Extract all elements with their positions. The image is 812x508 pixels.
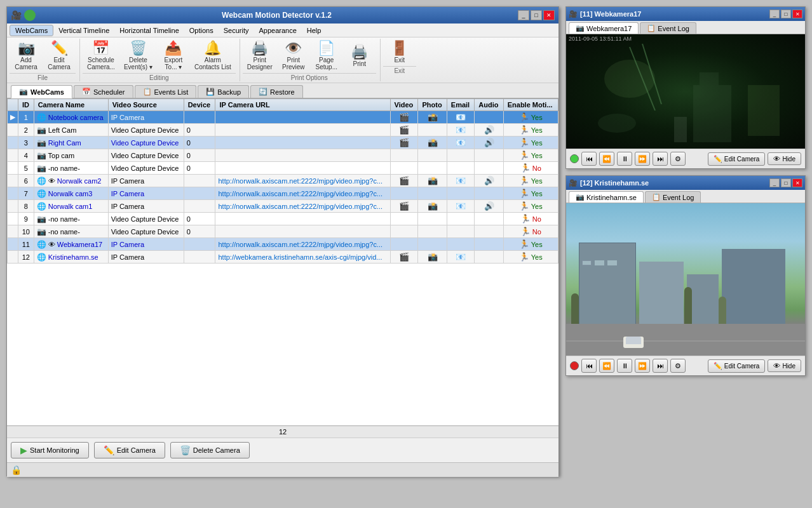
cam-11-ctrl-2[interactable]: ⏪ bbox=[599, 152, 614, 166]
cam-11-ctrl-5[interactable]: ⏭ bbox=[653, 152, 668, 166]
cam-12-ctrl-4[interactable]: ⏩ bbox=[635, 359, 650, 373]
cam-11-close[interactable]: ✕ bbox=[792, 10, 802, 18]
camera-table-container[interactable]: ID Camera Name Video Source Device IP Ca… bbox=[7, 98, 558, 425]
cam-11-controls: _ □ ✕ bbox=[769, 10, 802, 18]
cell-video: 🎬 bbox=[390, 200, 418, 213]
cam-12-tab-feed[interactable]: 📷 Kristinehamn.se bbox=[569, 191, 644, 203]
col-audio[interactable]: Audio bbox=[475, 99, 503, 111]
cam-12-ctrl-6[interactable]: ⚙ bbox=[670, 359, 686, 373]
cell-id: 1 bbox=[18, 111, 34, 124]
cell-email: 📧 bbox=[447, 137, 475, 149]
cam-12-ctrl-2[interactable]: ⏪ bbox=[599, 359, 614, 373]
close-button[interactable]: ✕ bbox=[543, 10, 555, 20]
delete-events-button[interactable]: 🗑️ DeleteEvent(s) ▾ bbox=[119, 39, 157, 73]
cell-source: IP Camera bbox=[108, 251, 184, 264]
cam-11-tab-feed[interactable]: 📷 Webkamera17 bbox=[569, 22, 639, 34]
start-monitoring-button[interactable]: ▶ Start Monitoring bbox=[11, 442, 89, 458]
cam-12-edit-button[interactable]: ✏️ Edit Camera bbox=[708, 359, 766, 373]
col-id[interactable]: ID bbox=[18, 99, 34, 111]
minimize-button[interactable]: _ bbox=[518, 10, 529, 20]
cell-source: Video Capture Device bbox=[108, 225, 184, 238]
edit-camera-button[interactable]: ✏️ EditCamera bbox=[43, 39, 76, 73]
cam-11-ctrl-1[interactable]: ⏮ bbox=[581, 152, 597, 166]
cell-photo bbox=[418, 187, 447, 200]
cam-11-maximize[interactable]: □ bbox=[781, 10, 791, 18]
cam-11-edit-button[interactable]: ✏️ Edit Camera bbox=[708, 152, 766, 166]
cam-12-ctrl-1[interactable]: ⏮ bbox=[581, 359, 597, 373]
cam-11-tab-events[interactable]: 📋 Event Log bbox=[640, 22, 696, 34]
table-row[interactable]: 2 📷 Left Cam Video Capture Device 0 🎬 📧 … bbox=[8, 124, 558, 137]
tab-scheduler[interactable]: 📅 Scheduler bbox=[74, 85, 133, 98]
print-preview-button[interactable]: 👁️ PrintPreview bbox=[277, 39, 310, 73]
cam-11-ctrl-4[interactable]: ⏩ bbox=[635, 152, 650, 166]
print-button[interactable]: 🖨️ Print bbox=[343, 39, 376, 73]
email-icon: 📧 bbox=[456, 138, 466, 147]
export-button[interactable]: 📤 ExportTo... ▾ bbox=[157, 39, 190, 73]
table-row[interactable]: 4 📷 Top cam Video Capture Device 0 🏃 Yes bbox=[8, 149, 558, 162]
edit-camera-bottom-button[interactable]: ✏️ Edit Camera bbox=[94, 442, 165, 458]
print-designer-button[interactable]: 🖨️ PrintDesigner bbox=[243, 39, 277, 73]
col-ip-url[interactable]: IP Camera URL bbox=[215, 99, 390, 111]
col-arrow bbox=[8, 99, 18, 111]
menu-horizontal-timeline[interactable]: Horizontal Timeline bbox=[114, 25, 184, 36]
tab-events-list[interactable]: 📋 Events List bbox=[135, 85, 197, 98]
menu-help[interactable]: Help bbox=[302, 25, 327, 36]
lock-bar: 🔒 bbox=[7, 462, 558, 477]
table-row[interactable]: 9 📷 -no name- Video Capture Device 0 🏃 N… bbox=[8, 213, 558, 225]
cam-11-hide-button[interactable]: 👁 Hide bbox=[768, 152, 801, 165]
table-row[interactable]: 6 🌐 👁 Norwalk cam2 IP Camera http://norw… bbox=[8, 175, 558, 187]
alarm-contacts-button[interactable]: 🔔 AlarmContacts List bbox=[190, 39, 236, 73]
table-row[interactable]: 8 🌐 Norwalk cam1 IP Camera http://norwal… bbox=[8, 200, 558, 213]
table-row[interactable]: 3 📷 Right Cam Video Capture Device 0 🎬 📸… bbox=[8, 137, 558, 149]
edit-camera-bottom-icon: ✏️ bbox=[104, 445, 114, 455]
print-icon: 🖨️ bbox=[351, 45, 368, 59]
cam-thumb-icon: 📷 bbox=[37, 126, 46, 135]
add-camera-button[interactable]: 📷 AddCamera bbox=[10, 39, 43, 73]
table-row[interactable]: 12 🌐 Kristinehamn.se IP Camera http://we… bbox=[8, 251, 558, 264]
motion-icon: 🏃 bbox=[520, 214, 531, 224]
row-arrow bbox=[8, 200, 18, 213]
cam-12-ctrl-3[interactable]: ⏸ bbox=[617, 359, 632, 373]
cam-11-ctrl-6[interactable]: ⚙ bbox=[670, 152, 686, 166]
menu-webcams[interactable]: WebCams bbox=[10, 25, 53, 36]
col-video[interactable]: Video bbox=[390, 99, 418, 111]
tab-backup[interactable]: 💾 Backup bbox=[198, 85, 249, 98]
col-camera-name[interactable]: Camera Name bbox=[34, 99, 108, 111]
menu-appearance[interactable]: Appearance bbox=[254, 25, 301, 36]
schedule-camera-button[interactable]: 📅 ScheduleCamera... bbox=[83, 39, 119, 73]
table-row[interactable]: ▶ 1 🌐 Notebook camera IP Camera 🎬 📸 📧 🏃 … bbox=[8, 111, 558, 124]
row-arrow bbox=[8, 225, 18, 238]
col-photo[interactable]: Photo bbox=[418, 99, 447, 111]
exit-button[interactable]: 🚪 Exit bbox=[383, 39, 416, 66]
menu-options[interactable]: Options bbox=[184, 25, 219, 36]
col-video-source[interactable]: Video Source bbox=[108, 99, 184, 111]
app-logo-icon bbox=[24, 10, 36, 21]
cam-12-tab-events[interactable]: 📋 Event Log bbox=[645, 191, 701, 203]
table-row[interactable]: 10 📷 -no name- Video Capture Device 0 🏃 … bbox=[8, 225, 558, 238]
col-email[interactable]: Email bbox=[447, 99, 475, 111]
tab-webcams[interactable]: 📷 WebCams bbox=[11, 85, 72, 98]
cam-12-maximize[interactable]: □ bbox=[781, 178, 791, 187]
cam-12-close[interactable]: ✕ bbox=[792, 178, 802, 187]
delete-icon: 🗑️ bbox=[130, 41, 147, 55]
col-enable-motion[interactable]: Enable Moti... bbox=[503, 99, 558, 111]
cam-title-bar-12: 🎥 [12] Kristinehamn.se _ □ ✕ bbox=[566, 176, 805, 190]
col-device[interactable]: Device bbox=[184, 99, 215, 111]
cam-12-hide-button[interactable]: 👁 Hide bbox=[768, 359, 801, 372]
maximize-button[interactable]: □ bbox=[531, 10, 542, 20]
page-setup-button[interactable]: 📄 PageSetup... bbox=[310, 39, 343, 73]
table-row[interactable]: 7 🌐 Norwalk cam3 IP Camera http://norwal… bbox=[8, 187, 558, 200]
menu-security[interactable]: Security bbox=[219, 25, 254, 36]
motion-icon: 🏃 bbox=[519, 138, 529, 147]
menu-vertical-timeline[interactable]: Vertical Timeline bbox=[53, 25, 114, 36]
table-row[interactable]: 11 🌐 👁 Webkamera17 IP Camera http://norw… bbox=[8, 238, 558, 251]
delete-camera-button[interactable]: 🗑️ Delete Camera bbox=[170, 442, 250, 458]
cam-12-minimize[interactable]: _ bbox=[769, 178, 780, 187]
cam-11-ctrl-3[interactable]: ⏸ bbox=[617, 152, 632, 166]
cam-12-ctrl-5[interactable]: ⏭ bbox=[653, 359, 668, 373]
table-row[interactable]: 5 📷 -no name- Video Capture Device 0 🏃 N… bbox=[8, 162, 558, 175]
cam-12-controls-bar: ⏮ ⏪ ⏸ ⏩ ⏭ ⚙ ✏️ Edit Camera 👁 Hide bbox=[566, 356, 805, 375]
cam-11-minimize[interactable]: _ bbox=[769, 10, 780, 18]
cell-email bbox=[447, 225, 475, 238]
tab-restore[interactable]: 🔄 Restore bbox=[250, 85, 303, 98]
